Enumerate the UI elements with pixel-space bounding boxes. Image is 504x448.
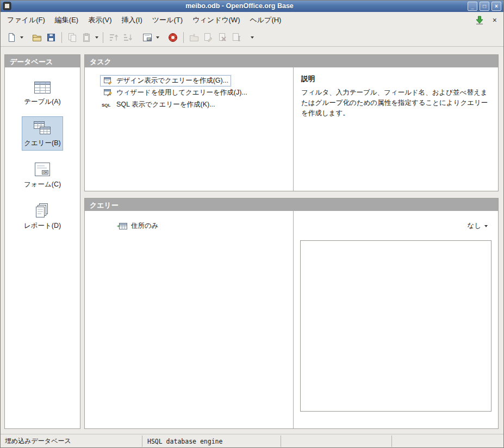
menu-help[interactable]: ヘルプ(H) <box>245 13 286 28</box>
task-create-query-wizard[interactable]: ウィザードを使用してクエリーを作成(J)... <box>100 86 293 98</box>
task-label: デザイン表示でクエリーを作成(G)... <box>116 76 228 85</box>
new-database-button[interactable] <box>4 30 18 45</box>
form-dropdown-arrow[interactable] <box>154 30 160 45</box>
tasks-panel: タスク デザイン表示でクエリーを作成(G)... <box>84 54 499 191</box>
task-create-query-sql[interactable]: SQL SQL 表示でクエリーを作成(K)... <box>100 98 293 110</box>
menu-insert[interactable]: 挿入(I) <box>117 13 147 28</box>
svg-text:OK: OK <box>147 38 151 40</box>
sidebar-item-label: テーブル(A) <box>24 97 61 107</box>
database-sidebar: データベース テーブル(A) クエリー(B) OK フォーム(C) レポート(D… <box>4 54 80 429</box>
close-document-icon[interactable]: × <box>491 16 499 24</box>
toolbar-separator <box>103 32 103 43</box>
delete-button[interactable] <box>215 30 229 45</box>
application-window: meibo.odb - OpenOffice.org Base _ □ × ファ… <box>0 0 504 448</box>
help-button[interactable] <box>166 30 180 45</box>
sort-descending-button[interactable] <box>121 30 135 45</box>
menu-view[interactable]: 表示(V) <box>83 13 116 28</box>
paste-icon <box>81 32 92 43</box>
status-cell-empty <box>392 434 504 448</box>
status-database-engine: HSQL database engine <box>142 434 281 448</box>
sidebar-item-tables[interactable]: テーブル(A) <box>22 76 63 109</box>
svg-text:OK: OK <box>43 171 47 174</box>
tables-icon <box>33 80 52 95</box>
query-item[interactable]: 住所のみ <box>115 221 160 231</box>
open-folder-icon <box>32 32 42 43</box>
status-database-type: 埋め込みデータベース <box>0 434 142 448</box>
edit-button[interactable] <box>201 30 215 45</box>
paste-button[interactable] <box>79 30 94 45</box>
task-label: ウィザードを使用してクエリーを作成(J)... <box>116 88 247 97</box>
new-dropdown-arrow[interactable] <box>18 30 24 45</box>
queries-icon <box>33 120 52 136</box>
sort-ascending-icon <box>108 32 119 43</box>
menu-edit[interactable]: 編集(E) <box>50 13 83 28</box>
open-object-icon <box>189 32 200 43</box>
update-notification-icon[interactable] <box>475 15 484 25</box>
sidebar-item-label: フォーム(C) <box>24 180 61 189</box>
sidebar-item-forms[interactable]: OK フォーム(C) <box>22 158 63 192</box>
chevron-down-icon <box>156 36 159 39</box>
tasks-header: タスク <box>85 55 498 67</box>
task-create-query-design[interactable]: デザイン表示でクエリーを作成(G)... <box>100 74 293 86</box>
maximize-button[interactable]: □ <box>480 2 489 11</box>
query-item-label: 住所のみ <box>131 221 159 231</box>
main-area: データベース テーブル(A) クエリー(B) OK フォーム(C) レポート(D… <box>0 47 504 434</box>
sidebar-item-label: レポート(D) <box>24 221 61 231</box>
copy-button[interactable] <box>65 30 79 45</box>
minimize-button[interactable]: _ <box>468 2 477 11</box>
close-button[interactable]: × <box>491 2 501 11</box>
menu-tools[interactable]: ツール(T) <box>147 13 188 28</box>
new-database-icon <box>6 32 17 43</box>
window-icon[interactable] <box>3 2 11 10</box>
open-object-button[interactable] <box>187 30 201 45</box>
sidebar-item-queries[interactable]: クエリー(B) <box>22 116 63 151</box>
queries-header: クエリー <box>85 198 498 211</box>
menu-window[interactable]: ウィンドウ(W) <box>188 13 245 28</box>
forms-icon: OK <box>33 161 52 178</box>
titlebar[interactable]: meibo.odb - OpenOffice.org Base _ □ × <box>0 0 504 12</box>
toolbar-overflow-button[interactable] <box>249 30 255 45</box>
preview-mode-dropdown[interactable]: なし <box>464 220 490 232</box>
chevron-down-icon <box>484 225 488 227</box>
edit-icon <box>203 32 214 43</box>
chevron-down-icon <box>95 36 98 39</box>
sidebar-item-label: クエリー(B) <box>24 139 61 148</box>
open-button[interactable] <box>30 30 44 45</box>
sort-ascending-button[interactable] <box>107 30 121 45</box>
toolbar-separator <box>61 32 62 43</box>
sidebar-item-reports[interactable]: レポート(D) <box>22 199 63 233</box>
document-preview-area <box>300 240 491 412</box>
description-title: 説明 <box>301 74 490 84</box>
save-button[interactable] <box>44 30 58 45</box>
paste-dropdown-arrow[interactable] <box>94 30 99 45</box>
query-list: 住所のみ <box>85 211 294 428</box>
preview-mode-value: なし <box>467 221 481 231</box>
task-list: デザイン表示でクエリーを作成(G)... ウィザードを使用してクエリーを作成(J… <box>85 67 294 191</box>
sidebar-body: テーブル(A) クエリー(B) OK フォーム(C) レポート(D) <box>5 67 80 428</box>
help-icon <box>167 32 178 43</box>
content-column: タスク デザイン表示でクエリーを作成(G)... <box>84 54 499 429</box>
svg-text:SQL: SQL <box>102 103 111 108</box>
reports-icon <box>33 203 52 219</box>
chevron-down-icon <box>20 36 23 39</box>
copy-icon <box>67 32 78 43</box>
chevron-down-icon <box>251 36 254 39</box>
menu-file[interactable]: ファイル(F) <box>2 13 50 28</box>
task-label: SQL 表示でクエリーを作成(K)... <box>116 100 215 109</box>
description-text: フィルタ、入力テーブル、フィールド名、および並べ替えまたはグループ化のための属性… <box>301 88 490 118</box>
task-description: 説明 フィルタ、入力テーブル、フィールド名、および並べ替えまたはグループ化のため… <box>294 67 498 191</box>
toolbar-separator <box>183 32 184 43</box>
status-cell-empty <box>281 434 391 448</box>
rename-button[interactable] <box>229 30 244 45</box>
form-button[interactable]: OK <box>140 30 154 45</box>
main-toolbar: OK <box>0 28 504 47</box>
window-title: meibo.odb - OpenOffice.org Base <box>15 2 464 10</box>
query-wizard-icon <box>102 88 114 97</box>
delete-icon <box>217 32 228 43</box>
window-controls: _ □ × <box>468 2 501 11</box>
queries-panel: クエリー 住所のみ なし <box>84 198 499 429</box>
statusbar: 埋め込みデータベース HSQL database engine <box>0 434 504 448</box>
menubar: ファイル(F) 編集(E) 表示(V) 挿入(I) ツール(T) ウィンドウ(W… <box>0 12 504 28</box>
query-design-icon <box>102 76 114 85</box>
sort-descending-icon <box>122 32 133 43</box>
